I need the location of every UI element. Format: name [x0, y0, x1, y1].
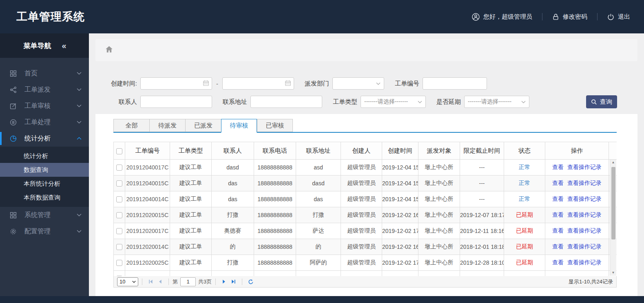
tab-待审核[interactable]: 待审核 [221, 119, 257, 133]
checkbox-cell [114, 160, 125, 176]
sidebar-item-工单派发[interactable]: 工单派发 [0, 81, 89, 98]
table-cell [460, 271, 504, 277]
table-row [114, 271, 617, 277]
change-password-button[interactable]: 修改密码 [552, 13, 587, 21]
view-log-link[interactable]: 查看操作记录 [567, 180, 602, 186]
search-button[interactable]: 查询 [586, 95, 617, 108]
tab-已派发[interactable]: 已派发 [185, 119, 221, 132]
order-no-input[interactable] [423, 77, 487, 90]
column-header[interactable]: 限定截止时间 [460, 142, 504, 160]
layers-icon [10, 119, 18, 126]
row-checkbox[interactable] [116, 276, 122, 276]
refresh-icon[interactable] [248, 279, 254, 285]
logout-button[interactable]: 退出 [607, 13, 630, 21]
actions-cell: 查看查看操作记录 [545, 176, 609, 191]
current-page-input[interactable] [180, 277, 196, 286]
table-cell [296, 271, 341, 277]
column-header[interactable]: 状态 [504, 142, 545, 160]
row-checkbox[interactable] [116, 196, 122, 202]
contact-cell: das [212, 176, 254, 191]
order-type-cell: 建议工单 [170, 239, 212, 255]
prev-page-icon[interactable] [157, 279, 163, 284]
created-to-input[interactable] [222, 77, 294, 90]
submenu-item-本所统计分析[interactable]: 本所统计分析 [0, 177, 89, 191]
scroll-up-icon[interactable]: ▲ [612, 160, 615, 165]
submenu-item-数据查询[interactable]: 数据查询 [0, 163, 89, 177]
view-log-link[interactable]: 查看操作记录 [567, 227, 602, 234]
column-header[interactable]: 联系人 [212, 142, 254, 160]
delay-select[interactable]: -------请选择------- [464, 96, 529, 108]
status-cell: 正常 [504, 160, 545, 176]
change-password-label: 修改密码 [563, 13, 587, 21]
select-all-checkbox[interactable] [116, 148, 122, 154]
view-log-link[interactable]: 查看操作记录 [567, 211, 602, 218]
status-cell: 正常 [504, 176, 545, 191]
submenu-item-本所数据查询[interactable]: 本所数据查询 [0, 191, 89, 204]
tab-全部[interactable]: 全部 [113, 119, 149, 132]
search-icon [591, 99, 597, 105]
dispatch-target-cell: 墩上中心所 [418, 176, 460, 191]
sidebar-title: 菜单导航 [23, 41, 51, 50]
column-header[interactable]: 联系地址 [296, 142, 341, 160]
column-header[interactable]: 创建时间 [382, 142, 418, 160]
page-size-select[interactable]: 10 [117, 277, 138, 286]
row-checkbox[interactable] [116, 260, 122, 266]
calendar-icon[interactable] [285, 80, 291, 88]
column-header[interactable]: 工单类型 [170, 142, 212, 160]
column-header[interactable]: 派发对象 [418, 142, 460, 160]
column-header[interactable]: 创建人 [341, 142, 382, 160]
row-checkbox[interactable] [116, 165, 122, 171]
first-page-icon[interactable] [148, 279, 153, 284]
order-no-cell: 201912020017C [125, 223, 170, 239]
table-row: 201912040015C建议工单das18888888888dasd超级管理员… [114, 176, 617, 191]
column-header[interactable]: 工单编号 [125, 142, 170, 160]
view-link[interactable]: 查看 [552, 195, 564, 202]
column-header[interactable]: 联系电话 [254, 142, 296, 160]
scrollbar-thumb[interactable] [611, 167, 615, 239]
address-input[interactable] [250, 96, 322, 108]
tab-已审核[interactable]: 已审核 [257, 119, 293, 132]
table-cell [504, 271, 545, 277]
row-checkbox[interactable] [116, 244, 122, 250]
sidebar: 菜单导航 « 首页工单派发工单审核工单处理统计分析统计分析数据查询本所统计分析本… [0, 33, 89, 296]
created-from-input[interactable] [140, 77, 212, 90]
home-icon[interactable] [105, 46, 113, 55]
phone-cell: 18888888888 [254, 207, 296, 223]
row-checkbox[interactable] [116, 212, 122, 218]
column-header[interactable]: 操作 [545, 142, 609, 160]
collapse-sidebar-icon[interactable]: « [62, 41, 65, 50]
submenu-item-统计分析[interactable]: 统计分析 [0, 149, 89, 163]
checkbox-cell [114, 255, 125, 271]
sidebar-item-统计分析[interactable]: 统计分析 [0, 130, 89, 147]
view-link[interactable]: 查看 [552, 164, 564, 170]
sidebar-item-工单审核[interactable]: 工单审核 [0, 98, 89, 114]
view-link[interactable]: 查看 [552, 211, 564, 218]
calendar-icon[interactable] [203, 80, 209, 88]
sidebar-item-首页[interactable]: 首页 [0, 65, 89, 81]
row-checkbox[interactable] [116, 228, 122, 234]
view-log-link[interactable]: 查看操作记录 [567, 195, 602, 202]
sidebar-item-系统管理[interactable]: 系统管理 [0, 207, 89, 223]
contact-input[interactable] [140, 96, 212, 108]
sidebar-item-配置管理[interactable]: 配置管理 [0, 223, 89, 239]
row-checkbox[interactable] [116, 180, 122, 187]
view-link[interactable]: 查看 [552, 243, 564, 250]
chevron-down-icon [77, 88, 82, 91]
sidebar-item-工单处理[interactable]: 工单处理 [0, 114, 89, 130]
view-log-link[interactable]: 查看操作记录 [567, 164, 602, 170]
scroll-down-icon[interactable]: ▼ [612, 270, 615, 276]
last-page-icon[interactable] [231, 279, 236, 284]
view-log-link[interactable]: 查看操作记录 [567, 259, 602, 266]
view-link[interactable]: 查看 [552, 180, 564, 186]
table-row: 201912020017C建议工单奥德赛18888888888萨达超级管理员20… [114, 223, 617, 239]
checkbox-cell [114, 207, 125, 223]
view-link[interactable]: 查看 [552, 227, 564, 234]
table-scrollbar[interactable]: ▲ ▼ [610, 160, 616, 276]
next-page-icon[interactable] [221, 279, 227, 284]
dispatch-dept-select[interactable] [332, 77, 384, 90]
order-type-select[interactable]: -------请选择------- [361, 96, 426, 108]
view-link[interactable]: 查看 [552, 259, 564, 266]
tab-待派发[interactable]: 待派发 [149, 119, 185, 132]
order-type-cell: 建议工单 [170, 255, 212, 271]
view-log-link[interactable]: 查看操作记录 [567, 243, 602, 250]
